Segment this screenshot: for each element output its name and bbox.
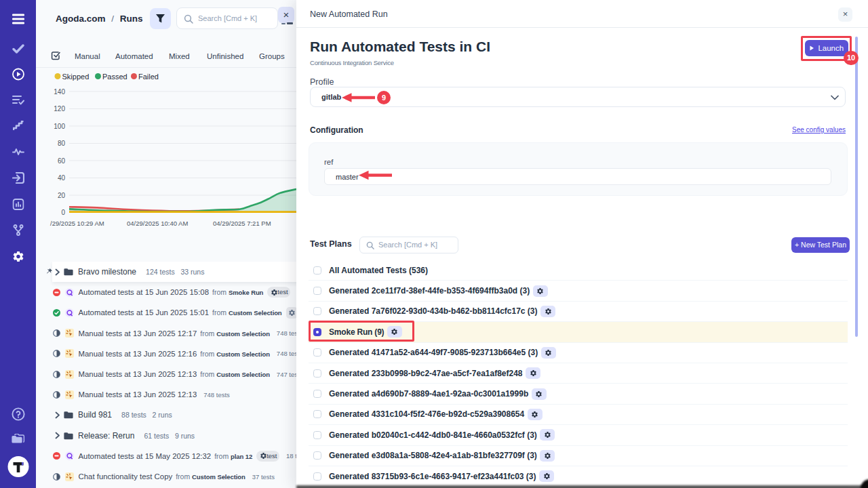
svg-text:20: 20 — [58, 192, 66, 199]
svg-text:04/29/2025 10:40 AM: 04/29/2025 10:40 AM — [127, 220, 188, 227]
svg-text:40: 40 — [58, 174, 66, 182]
svg-text:9: 9 — [382, 94, 386, 102]
svg-text:140: 140 — [54, 88, 65, 96]
svg-text:/29/2025 10:29 AM: /29/2025 10:29 AM — [50, 220, 104, 227]
svg-text:Skipped: Skipped — [62, 73, 90, 81]
svg-text:60: 60 — [58, 157, 66, 165]
svg-text:100: 100 — [54, 123, 65, 130]
svg-text:04/29/2025 7:21 PM: 04/29/2025 7:21 PM — [213, 220, 271, 227]
svg-text:120: 120 — [54, 105, 65, 113]
svg-text:80: 80 — [58, 140, 66, 147]
svg-text:Failed: Failed — [138, 73, 159, 81]
svg-text:Passed: Passed — [102, 73, 127, 81]
svg-text:0: 0 — [61, 209, 65, 216]
